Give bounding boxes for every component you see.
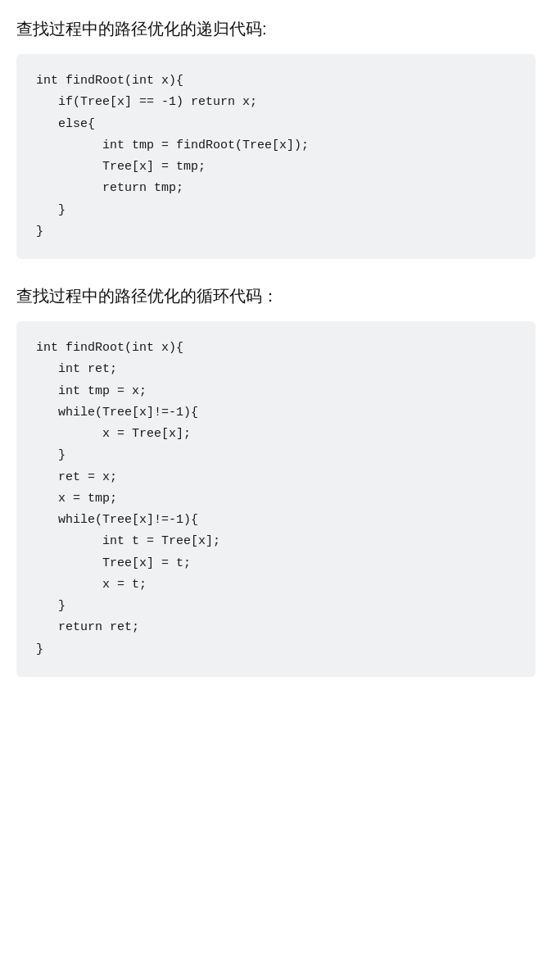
section2-title: 查找过程中的路径优化的循环代码： <box>16 284 536 308</box>
section1-code-block: int findRoot(int x){ if(Tree[x] == -1) r… <box>16 54 536 259</box>
section2-code-block: int findRoot(int x){ int ret; int tmp = … <box>16 321 536 677</box>
section1-title: 查找过程中的路径优化的递归代码: <box>16 16 536 41</box>
